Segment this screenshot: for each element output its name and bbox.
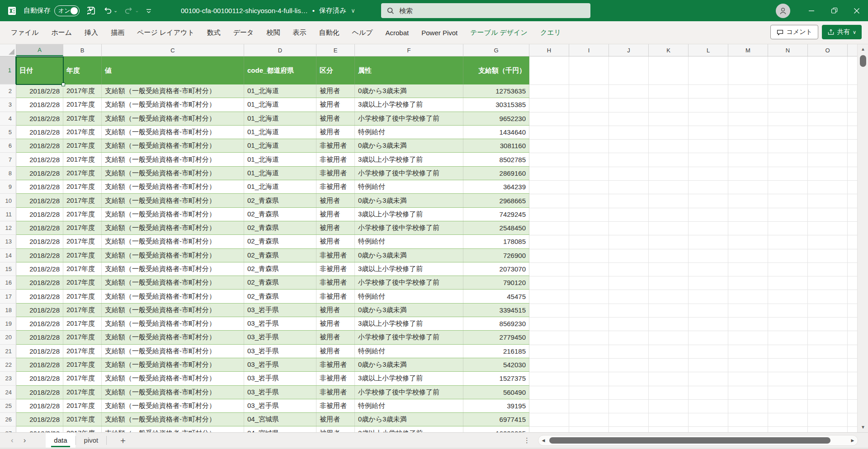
scroll-down-icon[interactable]: ▼: [858, 422, 868, 431]
search-box[interactable]: [381, 3, 590, 18]
ribbon-tab-データ[interactable]: データ: [227, 21, 260, 44]
amount-cell[interactable]: 8502785: [463, 153, 529, 166]
ribbon-tab-自動化[interactable]: 自動化: [312, 21, 345, 44]
column-header-F[interactable]: F: [355, 44, 463, 56]
ribbon-tab-挿入[interactable]: 挿入: [78, 21, 104, 44]
date-cell[interactable]: 2018/2/28: [16, 358, 63, 371]
column-header-G[interactable]: G: [463, 44, 529, 56]
amount-cell[interactable]: 12753635: [463, 84, 529, 98]
date-cell[interactable]: 2018/2/28: [16, 331, 63, 344]
row-header-25[interactable]: 25: [0, 399, 16, 413]
header-value[interactable]: 値: [102, 56, 244, 84]
kubun-cell[interactable]: 被用者: [316, 208, 355, 221]
amount-cell[interactable]: 790120: [463, 276, 529, 289]
pref-cell[interactable]: 04_宮城県: [244, 426, 316, 432]
pref-cell[interactable]: 03_岩手県: [244, 358, 316, 371]
date-cell[interactable]: 2018/2/28: [16, 426, 63, 432]
row-header-7[interactable]: 7: [0, 153, 16, 166]
header-amount[interactable]: 支給額（千円）: [463, 56, 529, 84]
sheet-tab-pivot[interactable]: pivot: [76, 433, 107, 448]
ribbon-tab-file[interactable]: ファイル: [5, 21, 45, 44]
kubun-cell[interactable]: 被用者: [316, 413, 355, 426]
row-header-24[interactable]: 24: [0, 386, 16, 399]
account-avatar[interactable]: [776, 4, 790, 18]
pref-cell[interactable]: 02_青森県: [244, 249, 316, 262]
pref-cell[interactable]: 02_青森県: [244, 276, 316, 289]
ribbon-tab-表示[interactable]: 表示: [286, 21, 312, 44]
row-header-20[interactable]: 20: [0, 331, 16, 344]
value-cell[interactable]: 支給額（一般受給資格者-市町村分）: [102, 208, 244, 221]
restore-button[interactable]: [823, 0, 845, 21]
value-cell[interactable]: 支給額（一般受給資格者-市町村分）: [102, 126, 244, 139]
kubun-cell[interactable]: 非被用者: [316, 358, 355, 371]
ribbon-tab-校閲[interactable]: 校閲: [260, 21, 286, 44]
amount-cell[interactable]: 30315385: [463, 98, 529, 111]
kubun-cell[interactable]: 被用者: [316, 304, 355, 317]
column-header-A[interactable]: A: [16, 44, 63, 56]
attr-cell[interactable]: 0歳から3歳未満: [355, 249, 463, 262]
kubun-cell[interactable]: 非被用者: [316, 153, 355, 166]
kubun-cell[interactable]: 非被用者: [316, 139, 355, 152]
row-header-15[interactable]: 15: [0, 262, 16, 276]
amount-cell[interactable]: 2968665: [463, 194, 529, 207]
attr-cell[interactable]: 小学校修了後中学校修了前: [355, 167, 463, 180]
amount-cell[interactable]: 364239: [463, 180, 529, 193]
attr-cell[interactable]: 小学校修了後中学校修了前: [355, 221, 463, 234]
share-button[interactable]: 共有 ∨: [822, 25, 862, 39]
pref-cell[interactable]: 01_北海道: [244, 139, 316, 152]
amount-cell[interactable]: 2073070: [463, 262, 529, 276]
year-cell[interactable]: 2017年度: [63, 413, 102, 426]
year-cell[interactable]: 2017年度: [63, 290, 102, 303]
value-cell[interactable]: 支給額（一般受給資格者-市町村分）: [102, 345, 244, 358]
amount-cell[interactable]: 1434640: [463, 126, 529, 139]
row-header-9[interactable]: 9: [0, 180, 16, 194]
undo-button[interactable]: ⌄: [103, 6, 118, 16]
row-header-11[interactable]: 11: [0, 208, 16, 221]
row-header-13[interactable]: 13: [0, 235, 16, 248]
amount-cell[interactable]: 216185: [463, 345, 529, 358]
empty-cells-region[interactable]: [529, 56, 857, 84]
attr-cell[interactable]: 3歳以上小学校修了前: [355, 153, 463, 166]
attr-cell[interactable]: 0歳から3歳未満: [355, 139, 463, 152]
customize-qat-icon[interactable]: [145, 7, 152, 14]
column-header-D[interactable]: D: [244, 44, 316, 56]
attr-cell[interactable]: 小学校修了後中学校修了前: [355, 276, 463, 289]
close-button[interactable]: [845, 0, 868, 21]
share-dropdown-icon[interactable]: ∨: [853, 29, 856, 35]
column-header-C[interactable]: C: [102, 44, 244, 56]
date-cell[interactable]: 2018/2/28: [16, 413, 63, 426]
kubun-cell[interactable]: 被用者: [316, 98, 355, 111]
amount-cell[interactable]: 7429245: [463, 208, 529, 221]
amount-cell[interactable]: 6977415: [463, 413, 529, 426]
year-cell[interactable]: 2017年度: [63, 98, 102, 111]
row-header-14[interactable]: 14: [0, 249, 16, 262]
value-cell[interactable]: 支給額（一般受給資格者-市町村分）: [102, 194, 244, 207]
header-prefcode[interactable]: code_都道府県: [244, 56, 316, 84]
column-header-J[interactable]: J: [609, 44, 649, 56]
horizontal-scrollbar-thumb[interactable]: [549, 437, 830, 444]
attr-cell[interactable]: 3歳以上小学校修了前: [355, 98, 463, 111]
comments-button[interactable]: コメント: [770, 25, 818, 39]
pref-cell[interactable]: 03_岩手県: [244, 331, 316, 344]
pref-cell[interactable]: 02_青森県: [244, 221, 316, 234]
year-cell[interactable]: 2017年度: [63, 235, 102, 248]
kubun-cell[interactable]: 非被用者: [316, 386, 355, 399]
kubun-cell[interactable]: 被用者: [316, 345, 355, 358]
row-header-1[interactable]: 1: [0, 56, 16, 84]
vertical-scrollbar-thumb[interactable]: [860, 55, 866, 67]
kubun-cell[interactable]: 被用者: [316, 194, 355, 207]
date-cell[interactable]: 2018/2/28: [16, 208, 63, 221]
column-header-K[interactable]: K: [649, 44, 689, 56]
amount-cell[interactable]: 1527375: [463, 372, 529, 385]
attr-cell[interactable]: 3歳以上小学校修了前: [355, 317, 463, 330]
header-year[interactable]: 年度: [63, 56, 102, 84]
row-header-19[interactable]: 19: [0, 317, 16, 331]
worksheet-grid[interactable]: 1234567891011121314151617181920212223242…: [0, 56, 857, 432]
value-cell[interactable]: 支給額（一般受給資格者-市町村分）: [102, 426, 244, 432]
title-chevron-icon[interactable]: ∨: [351, 7, 355, 14]
row-header-10[interactable]: 10: [0, 194, 16, 207]
value-cell[interactable]: 支給額（一般受給資格者-市町村分）: [102, 167, 244, 180]
kubun-cell[interactable]: 被用者: [316, 126, 355, 139]
date-cell[interactable]: 2018/2/28: [16, 194, 63, 207]
amount-cell[interactable]: 45475: [463, 290, 529, 303]
